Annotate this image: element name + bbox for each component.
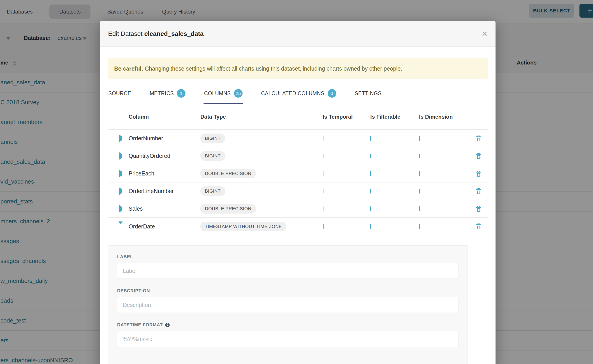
tab-count-badge: 25: [234, 89, 243, 98]
is-filterable-checkbox[interactable]: [370, 206, 371, 211]
columns-table-header: Column Data Type Is Temporal Is Filterab…: [108, 104, 488, 130]
collapse-caret-icon[interactable]: [119, 221, 123, 228]
expand-caret-icon[interactable]: [119, 134, 122, 142]
column-row: Sales DOUBLE PRECISION: [108, 200, 488, 218]
column-name: PriceEach: [129, 170, 200, 177]
column-row: QuantityOrdered BIGINT: [108, 147, 488, 165]
is-filterable-checkbox[interactable]: [370, 171, 371, 176]
column-row: PriceEach DOUBLE PRECISION: [108, 165, 488, 182]
modal-body: Be careful. Changing these settings will…: [100, 58, 495, 364]
modal-header: Edit Dataset cleaned_sales_data ×: [100, 21, 495, 47]
is-dimension-checkbox[interactable]: [419, 171, 420, 176]
delete-column-icon[interactable]: [476, 153, 481, 159]
screen: Databases Datasets Saved Queries Query H…: [0, 0, 593, 364]
column-name: OrderNumber: [129, 135, 200, 142]
is-dimension-checkbox[interactable]: [419, 224, 420, 229]
modal-tabs: SOURCE METRICS 1 COLUMNS 25 CALCULATED C…: [108, 85, 488, 104]
close-icon[interactable]: ×: [482, 29, 488, 39]
is-temporal-checkbox[interactable]: [323, 189, 323, 194]
tab-source[interactable]: SOURCE: [108, 85, 132, 104]
edit-dataset-modal: Edit Dataset cleaned_sales_data × Be car…: [100, 21, 495, 364]
is-filterable-checkbox[interactable]: [370, 189, 371, 194]
tab-label: METRICS: [150, 91, 174, 97]
column-detail-panel: LABEL DESCRIPTION DATETIME FORMAT: [108, 245, 468, 364]
is-dimension-checkbox[interactable]: [419, 206, 420, 211]
is-dimension-checkbox[interactable]: [419, 136, 420, 141]
header-is-dimension: Is Dimension: [419, 114, 470, 120]
tab-metrics[interactable]: METRICS 1: [149, 85, 186, 104]
header-is-filterable: Is Filterable: [370, 114, 419, 120]
is-temporal-checkbox[interactable]: [323, 171, 323, 176]
is-dimension-checkbox[interactable]: [419, 154, 420, 158]
header-is-temporal: Is Temporal: [323, 114, 370, 120]
column-row: OrderLineNumber BIGINT: [108, 182, 488, 200]
column-name: QuantityOrdered: [129, 153, 200, 159]
modal-title: Edit Dataset cleaned_sales_data: [108, 30, 204, 38]
delete-column-icon[interactable]: [476, 223, 481, 230]
column-row: OrderNumber BIGINT: [108, 130, 488, 147]
expand-caret-icon[interactable]: [119, 152, 122, 160]
label-field-label: LABEL: [117, 254, 459, 259]
is-temporal-checkbox[interactable]: [323, 206, 323, 211]
is-filterable-checkbox[interactable]: [370, 224, 371, 229]
expand-caret-icon[interactable]: [119, 187, 122, 195]
column-name: Sales: [129, 205, 200, 212]
is-filterable-checkbox[interactable]: [370, 136, 371, 141]
is-filterable-checkbox[interactable]: [370, 154, 371, 158]
is-temporal-checkbox[interactable]: [323, 224, 323, 229]
delete-column-icon[interactable]: [476, 170, 481, 177]
info-icon[interactable]: [165, 323, 170, 327]
is-dimension-checkbox[interactable]: [419, 189, 420, 194]
modal-title-prefix: Edit Dataset: [108, 30, 143, 37]
column-name: OrderLineNumber: [129, 188, 200, 195]
datetime-format-input[interactable]: [117, 331, 459, 347]
label-input[interactable]: [117, 263, 459, 279]
tab-columns[interactable]: COLUMNS 25: [204, 85, 243, 104]
expand-caret-icon[interactable]: [119, 169, 122, 177]
description-input[interactable]: [117, 297, 459, 313]
data-type-pill: DOUBLE PRECISION: [200, 204, 256, 214]
expand-caret-icon[interactable]: [119, 205, 122, 213]
warning-bold-text: Be careful.: [114, 65, 143, 72]
delete-column-icon[interactable]: [476, 135, 481, 142]
tab-calculated-columns[interactable]: CALCULATED COLUMNS 0: [261, 85, 337, 104]
tab-label: SETTINGS: [355, 91, 382, 97]
column-row-expanded: OrderDate TIMESTAMP WITHOUT TIME ZONE: [108, 218, 488, 235]
data-type-pill: DOUBLE PRECISION: [200, 169, 256, 178]
description-field-label: DESCRIPTION: [117, 288, 459, 293]
tab-count-badge: 0: [328, 89, 336, 98]
delete-column-icon[interactable]: [476, 188, 481, 195]
data-type-pill: BIGINT: [200, 186, 225, 196]
modal-title-dataset-name: cleaned_sales_data: [144, 30, 204, 37]
data-type-pill: BIGINT: [200, 134, 225, 143]
datetime-format-field-label: DATETIME FORMAT: [117, 322, 459, 327]
tab-count-badge: 1: [177, 89, 185, 98]
header-column: Column: [129, 114, 200, 120]
header-data-type: Data Type: [200, 114, 323, 120]
is-temporal-checkbox[interactable]: [323, 154, 323, 158]
warning-banner: Be careful. Changing these settings will…: [108, 58, 488, 79]
tab-label: CALCULATED COLUMNS: [261, 91, 324, 97]
delete-column-icon[interactable]: [476, 206, 481, 212]
is-temporal-checkbox[interactable]: [323, 136, 323, 141]
warning-text: Changing these settings will affect all …: [145, 65, 402, 72]
tab-label: SOURCE: [108, 91, 131, 97]
data-type-pill: TIMESTAMP WITHOUT TIME ZONE: [200, 222, 286, 231]
tab-settings[interactable]: SETTINGS: [354, 85, 382, 104]
data-type-pill: BIGINT: [200, 151, 225, 161]
column-name: OrderDate: [129, 223, 200, 230]
tab-label: COLUMNS: [204, 91, 231, 97]
